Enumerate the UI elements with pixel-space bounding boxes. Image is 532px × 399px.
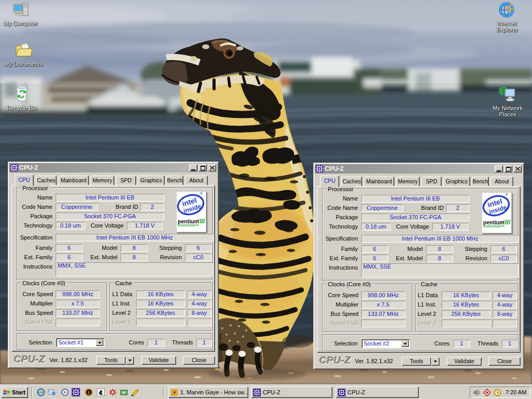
svg-text:pentium: pentium	[178, 218, 199, 224]
svg-text:®: ®	[200, 192, 204, 195]
svg-text:III: III	[200, 218, 205, 225]
svg-text:®: ®	[505, 193, 509, 196]
svg-text:i: i	[88, 390, 90, 395]
svg-text:pentium: pentium	[483, 219, 504, 225]
svg-text:III: III	[505, 219, 511, 226]
